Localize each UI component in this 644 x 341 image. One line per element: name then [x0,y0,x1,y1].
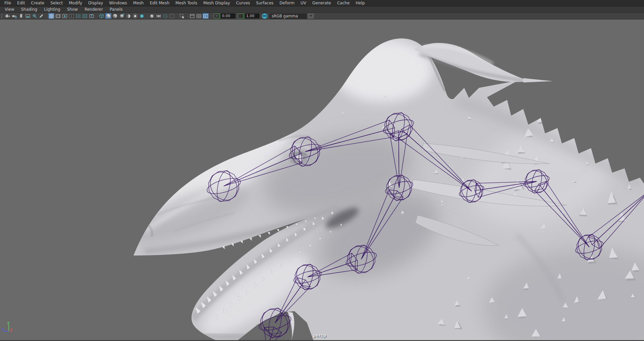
panel-menu-shading[interactable]: Shading [17,6,41,12]
exposure-button[interactable] [214,13,220,19]
axis-y-label: y [7,321,9,325]
gamma-button[interactable] [238,13,244,19]
field-chart-button[interactable] [75,13,81,19]
pan-zoom-icon [32,13,37,19]
menu-curves[interactable]: Curves [233,0,253,6]
resolution-gate-icon [62,13,67,19]
layout-current-button[interactable] [203,13,209,19]
grease-pencil-button[interactable] [38,13,44,19]
main-menu-bar: FileEditCreateSelectModifyDisplayWindows… [0,0,644,6]
panel-menu-view[interactable]: View [1,6,17,12]
ambient-occlusion-button[interactable] [132,13,138,19]
svg-text:persp: persp [313,333,326,338]
menu-windows[interactable]: Windows [106,0,130,6]
select-camera-button[interactable] [5,13,11,19]
textured-button[interactable] [112,13,118,19]
axis-x-label: x [10,327,12,331]
toolbar-divider [187,13,187,18]
anti-aliasing-button[interactable] [149,13,155,19]
grid-button[interactable] [48,13,54,19]
panel-menu-show[interactable]: Show [64,6,81,12]
camera-label: persp persp [313,333,327,338]
toolbar-divider [96,13,97,18]
view-transform-select[interactable]: sRGB gamma [269,13,307,19]
safe-title-icon: T [89,13,94,19]
menu-mesh-tools[interactable]: Mesh Tools [172,0,200,6]
viewport-3d[interactable]: y z x persp persp [0,19,644,341]
image-plane-icon [25,13,31,19]
gate-mask-icon [69,13,74,19]
layout-current-icon [203,13,208,19]
shadows-icon [126,13,131,19]
menu-display[interactable]: Display [85,0,106,6]
xray-icon [169,13,175,19]
camera-attributes-button[interactable] [11,13,17,19]
menu-create[interactable]: Create [28,0,47,6]
menu-cache[interactable]: Cache [334,0,353,6]
toolbar-divider [210,13,211,18]
isolate-select-button[interactable] [162,13,168,19]
menu-modify[interactable]: Modify [66,0,85,6]
isolate-select-icon [163,13,168,19]
menu-select[interactable]: Select [47,0,66,6]
view-transform-arrow-button[interactable] [308,13,314,19]
layout-single-icon [190,13,195,19]
xray-button[interactable] [169,13,175,19]
menu-deform[interactable]: Deform [276,0,298,6]
panel-menu-items: ViewShadingLightingShowRendererPanels [1,6,126,12]
select-camera-icon [5,13,10,19]
exposure-icon [214,14,219,18]
resolution-gate-button[interactable] [62,13,68,19]
gate-mask-button[interactable] [68,13,74,19]
field-chart-icon [75,13,81,19]
toolbar-divider [177,13,177,18]
menu-edit[interactable]: Edit [14,0,28,6]
shaded-button[interactable] [105,13,111,19]
panel-menu-renderer[interactable]: Renderer [81,6,106,12]
menu-mesh[interactable]: Mesh [130,0,147,6]
layout-four-button[interactable] [196,13,202,19]
shadows-button[interactable] [125,13,131,19]
motion-blur-button[interactable] [139,13,145,19]
panel-menu-lighting[interactable]: Lighting [41,6,64,12]
selection-preview-icon [179,13,185,19]
safe-title-button[interactable]: T [89,13,95,19]
ambient-occlusion-icon [132,13,138,19]
main-menu-items: FileEditCreateSelectModifyDisplayWindows… [1,0,368,6]
axis-z-label: z [2,327,4,331]
panel-menu-bar: ViewShadingLightingShowRendererPanels [0,6,644,13]
depth-of-field-icon [156,13,161,19]
color-management-toggle[interactable]: ON [262,13,267,19]
toolbar-icon-group: T [1,13,212,19]
safe-action-button[interactable] [82,13,88,19]
menu-help[interactable]: Help [353,0,368,6]
exposure-field[interactable]: 0.00 [221,13,235,18]
wireframe-button[interactable] [99,13,105,19]
film-gate-button[interactable] [55,13,61,19]
use-all-lights-icon [119,13,124,19]
menu-uv[interactable]: UV [298,0,309,6]
view-transform-value: sRGB gamma [272,14,298,18]
menu-file[interactable]: File [1,0,14,6]
gamma-field[interactable]: 1.00 [245,13,260,18]
svg-text:T: T [91,14,93,17]
depth-of-field-button[interactable] [156,13,162,19]
pan-zoom-button[interactable] [32,13,38,19]
toolbar-divider [147,13,147,18]
bookmark-button[interactable] [18,13,24,19]
camera-attributes-icon [12,13,17,19]
menu-generate[interactable]: Generate [309,0,334,6]
use-all-lights-button[interactable] [119,13,125,19]
toolbar-grip[interactable] [1,14,3,18]
menu-mesh-display[interactable]: Mesh Display [200,0,233,6]
panel-menu-panels[interactable]: Panels [106,6,126,12]
selection-preview-button[interactable] [179,13,185,19]
menu-surfaces[interactable]: Surfaces [253,0,276,6]
film-gate-icon [55,13,61,19]
layout-single-button[interactable] [189,13,195,19]
image-plane-button[interactable] [25,13,31,19]
anti-aliasing-icon [149,13,155,19]
grease-pencil-icon [39,13,44,19]
viewport-toolbar: T 0.00 1.00 ON sRGB gamma [0,13,644,19]
menu-edit-mesh[interactable]: Edit Mesh [147,0,172,6]
